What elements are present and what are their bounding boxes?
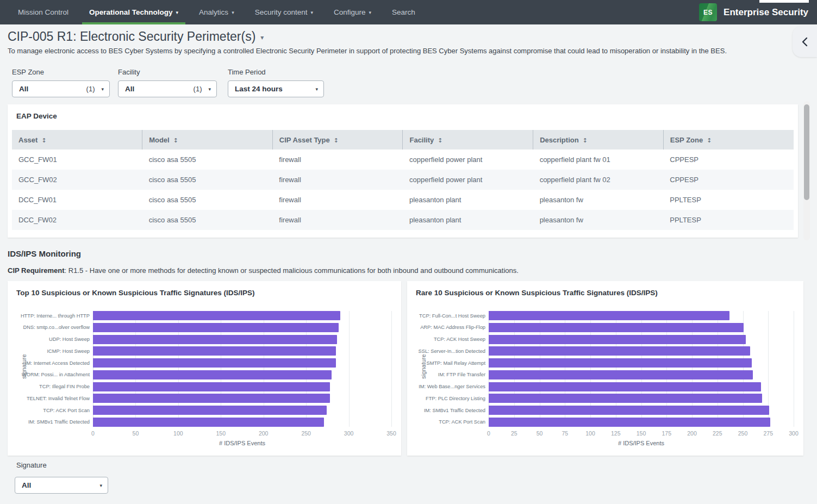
nav-item-operational-technology[interactable]: Operational Technology▾: [79, 0, 189, 24]
sort-icon: ↕: [173, 137, 178, 144]
x-tick-label: 75: [562, 430, 568, 437]
bar-9[interactable]: [93, 406, 327, 415]
vertical-scrollbar-thumb[interactable]: [804, 104, 809, 200]
x-tick-label: 25: [511, 430, 517, 437]
brand-label: Enterprise Security: [724, 7, 808, 18]
y-category-label: SSL: Server-In...tion Detected: [416, 349, 489, 354]
rare10-bar-chart: TCP: Full-Con...t Host SweepARP: MAC Add…: [416, 311, 794, 427]
bar-3[interactable]: [93, 335, 337, 344]
bar-row: TCP: Illegal FIN Probe: [16, 382, 391, 391]
bar-1[interactable]: [93, 311, 340, 320]
bar-row: IM: FTP File Transfer: [416, 370, 794, 379]
y-category-label: FTP: PLC Directory Listing: [416, 396, 489, 401]
bar-4[interactable]: [93, 346, 336, 356]
signature-dropdown[interactable]: All ▾: [15, 477, 108, 494]
gridline: [794, 311, 794, 427]
table-cell: CPPESP: [663, 150, 794, 170]
bar-5[interactable]: [489, 358, 752, 368]
y-category-label: DNS: smtp.co...olver overflow: [16, 325, 93, 330]
bar-track: [93, 346, 391, 356]
time-period-value: Last 24 hours: [235, 85, 283, 93]
bar-row: ICMP: Host Sweep: [16, 346, 391, 356]
bar-row: DNS: smtp.co...olver overflow: [16, 323, 391, 332]
table-row[interactable]: GCC_FW02cisco asa 5505firewallcopperfiel…: [12, 170, 794, 190]
bar-2[interactable]: [489, 323, 744, 332]
bar-6[interactable]: [93, 370, 332, 379]
cip-requirement-text: : R1.5 - Have one or more methods for de…: [65, 266, 519, 275]
nav-item-mission-control[interactable]: Mission Control: [8, 0, 79, 24]
eap-device-panel: EAP Device Asset↕Model↕CIP Asset Type↕Fa…: [8, 104, 798, 238]
bar-8[interactable]: [93, 394, 330, 403]
nav-item-search[interactable]: Search: [382, 0, 426, 24]
nav-item-analytics[interactable]: Analytics▾: [189, 0, 245, 24]
bar-5[interactable]: [93, 358, 336, 368]
caret-down-icon: ▾: [315, 86, 318, 92]
page-title-text: CIP-005 R1: Electronic Security Perimete…: [8, 29, 255, 43]
table-row[interactable]: DCC_FW01cisco asa 5505firewallpleasanton…: [12, 190, 794, 210]
bar-row: SMTP: Mail Relay Attempt: [416, 358, 794, 368]
nav-item-label: Analytics: [199, 8, 228, 16]
facility-dropdown[interactable]: All (1) ▾: [118, 80, 217, 97]
bar-8[interactable]: [489, 394, 762, 403]
x-axis-label: # IDS/IPS Events: [489, 440, 794, 446]
column-header-asset[interactable]: Asset↕: [12, 130, 142, 150]
esp-zone-label: ESP Zone: [12, 68, 44, 76]
bar-track: [489, 418, 794, 427]
eap-panel-title: EAP Device: [16, 112, 57, 120]
column-header-cip-asset-type[interactable]: CIP Asset Type↕: [272, 130, 403, 150]
bar-track: [489, 406, 794, 415]
table-cell: pleasanton fw: [533, 210, 664, 230]
title-caret-icon[interactable]: ▾: [260, 34, 264, 41]
bar-7[interactable]: [489, 382, 761, 391]
table-cell: GCC_FW02: [12, 170, 142, 190]
bar-track: [93, 382, 391, 391]
table-row[interactable]: DCC_FW02cisco asa 5505firewallpleasanton…: [12, 210, 794, 230]
table-cell: copperfield plant fw 01: [533, 150, 664, 170]
nav-item-label: Search: [392, 8, 415, 16]
table-cell: copperfield power plant: [403, 170, 533, 190]
table-cell: PPLTESP: [663, 190, 794, 210]
collapse-side-panel-button[interactable]: [793, 26, 817, 57]
column-header-description[interactable]: Description↕: [533, 130, 664, 150]
top10-signatures-chart-panel: Top 10 Suspicious or Known Suspicious Tr…: [8, 281, 401, 456]
y-category-label: IM: SMBv1 Traffic Detected: [416, 408, 489, 413]
table-cell: firewall: [272, 190, 403, 210]
nav-item-security-content[interactable]: Security content▾: [245, 0, 323, 24]
bar-10[interactable]: [93, 418, 324, 427]
x-tick-label: 50: [537, 430, 543, 437]
bar-track: [93, 323, 391, 332]
y-category-label: TCP: ACK Port Scan: [16, 408, 93, 413]
time-period-dropdown[interactable]: Last 24 hours ▾: [228, 80, 324, 97]
bar-3[interactable]: [489, 335, 746, 344]
bar-4[interactable]: [489, 346, 750, 356]
table-cell: cisco asa 5505: [142, 150, 273, 170]
rare10-signatures-chart-panel: Rare 10 Suspicious or Known Suspicious T…: [407, 281, 803, 456]
bar-track: [489, 394, 794, 403]
bar-7[interactable]: [93, 382, 330, 391]
bar-track: [489, 370, 794, 379]
bar-9[interactable]: [489, 406, 769, 415]
bar-1[interactable]: [489, 311, 729, 320]
y-category-label: IM: Web Base...nger Services: [416, 384, 489, 389]
x-tick-label: 300: [344, 430, 354, 437]
x-tick-label: 150: [637, 430, 646, 437]
bar-10[interactable]: [489, 418, 770, 427]
nav-item-configure[interactable]: Configure▾: [323, 0, 382, 24]
table-row[interactable]: GCC_FW01cisco asa 5505firewallcopperfiel…: [12, 150, 794, 170]
y-category-label: UDP: Host Sweep: [16, 337, 93, 342]
bar-6[interactable]: [489, 370, 753, 379]
table-cell: copperfield plant fw 02: [533, 170, 664, 190]
x-tick-label: 350: [386, 430, 396, 437]
bar-2[interactable]: [93, 323, 339, 332]
eap-device-table: Asset↕Model↕CIP Asset Type↕Facility↕Desc…: [12, 130, 794, 230]
column-header-facility[interactable]: Facility↕: [403, 130, 533, 150]
brand[interactable]: ES Enterprise Security: [699, 0, 817, 24]
esp-zone-dropdown[interactable]: All (1) ▾: [12, 80, 110, 97]
column-header-model[interactable]: Model↕: [142, 130, 273, 150]
eap-table-body: GCC_FW01cisco asa 5505firewallcopperfiel…: [12, 150, 794, 230]
x-tick-label: 200: [687, 430, 697, 437]
facility-label: Facility: [118, 68, 140, 76]
x-tick-label: 0: [91, 430, 95, 437]
ids-ips-section-title: IDS/IPS Monitoring: [8, 249, 81, 258]
column-header-esp-zone[interactable]: ESP Zone↕: [663, 130, 794, 150]
